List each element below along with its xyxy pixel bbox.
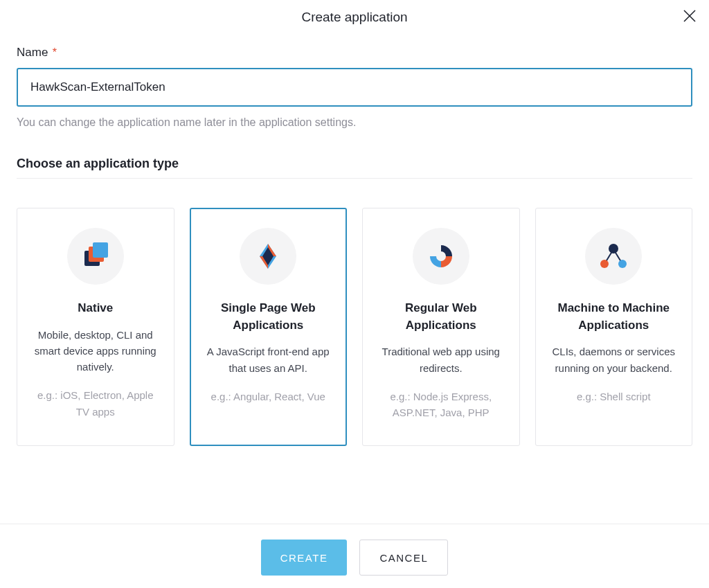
card-title: Single Page Web Applications (203, 300, 334, 334)
name-helper-text: You can change the application name late… (17, 116, 692, 129)
modal-title: Create application (14, 10, 695, 25)
app-type-grid: Native Mobile, desktop, CLI and smart de… (17, 208, 692, 446)
close-button[interactable] (680, 7, 699, 26)
card-desc: Traditional web app using redirects. (375, 344, 507, 376)
spa-icon (253, 242, 282, 271)
native-icon-wrap (67, 228, 124, 285)
svg-rect-4 (93, 242, 108, 258)
svg-point-9 (436, 251, 446, 261)
modal-header: Create application (0, 0, 709, 29)
close-icon (683, 9, 697, 23)
m2m-icon (598, 241, 629, 271)
app-type-card-m2m[interactable]: Machine to Machine Applications CLIs, da… (535, 208, 693, 446)
create-application-modal: Create application Name * You can change… (0, 0, 709, 588)
create-button[interactable]: CREATE (261, 540, 348, 576)
card-desc: CLIs, daemons or services running on you… (548, 344, 680, 376)
app-type-heading: Choose an application type (17, 157, 692, 179)
svg-point-12 (609, 244, 618, 253)
card-title: Machine to Machine Applications (548, 300, 680, 334)
card-examples: e.g.: iOS, Electron, Apple TV apps (30, 387, 161, 420)
name-label: Name * (17, 46, 57, 58)
app-type-card-native[interactable]: Native Mobile, desktop, CLI and smart de… (17, 208, 174, 446)
name-input[interactable] (17, 68, 692, 107)
native-icon (80, 241, 111, 271)
card-examples: e.g.: Shell script (548, 389, 680, 404)
name-label-text: Name (17, 46, 48, 59)
cancel-button[interactable]: CANCEL (359, 540, 448, 576)
card-examples: e.g.: Angular, React, Vue (203, 389, 334, 404)
modal-body: Name * You can change the application na… (0, 29, 709, 524)
card-title: Native (30, 300, 161, 317)
card-desc: Mobile, desktop, CLI and smart device ap… (30, 327, 161, 375)
card-examples: e.g.: Node.js Express, ASP.NET, Java, PH… (375, 389, 507, 421)
svg-point-14 (618, 260, 627, 268)
required-star: * (53, 46, 57, 58)
m2m-icon-wrap (585, 228, 642, 285)
regular-icon (426, 241, 456, 271)
regular-icon-wrap (413, 228, 469, 285)
app-type-card-regular[interactable]: Regular Web Applications Traditional web… (362, 208, 520, 446)
name-field-row: Name * You can change the application na… (17, 46, 692, 129)
spa-icon-wrap (240, 228, 296, 285)
svg-point-13 (600, 260, 609, 268)
card-desc: A JavaScript front-end app that uses an … (203, 344, 334, 376)
modal-footer: CREATE CANCEL (0, 524, 709, 588)
app-type-card-spa[interactable]: Single Page Web Applications A JavaScrip… (190, 208, 348, 446)
card-title: Regular Web Applications (375, 300, 507, 334)
